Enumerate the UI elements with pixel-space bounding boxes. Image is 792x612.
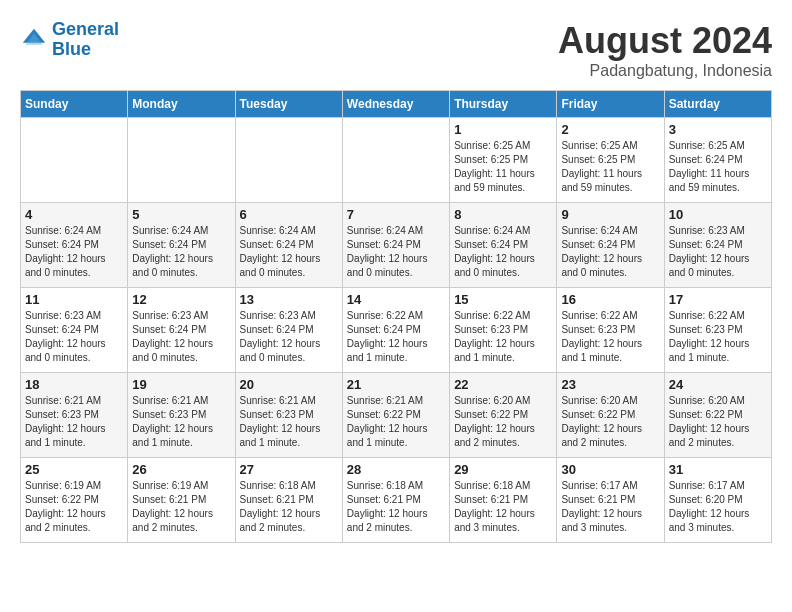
calendar-week-5: 25Sunrise: 6:19 AM Sunset: 6:22 PM Dayli… xyxy=(21,458,772,543)
main-title: August 2024 xyxy=(558,20,772,62)
day-number: 21 xyxy=(347,377,445,392)
day-info: Sunrise: 6:22 AM Sunset: 6:23 PM Dayligh… xyxy=(669,309,767,365)
day-number: 30 xyxy=(561,462,659,477)
day-number: 13 xyxy=(240,292,338,307)
table-row: 19Sunrise: 6:21 AM Sunset: 6:23 PM Dayli… xyxy=(128,373,235,458)
col-monday: Monday xyxy=(128,91,235,118)
table-row: 14Sunrise: 6:22 AM Sunset: 6:24 PM Dayli… xyxy=(342,288,449,373)
day-number: 19 xyxy=(132,377,230,392)
day-number: 3 xyxy=(669,122,767,137)
table-row xyxy=(342,118,449,203)
table-row: 27Sunrise: 6:18 AM Sunset: 6:21 PM Dayli… xyxy=(235,458,342,543)
day-info: Sunrise: 6:17 AM Sunset: 6:20 PM Dayligh… xyxy=(669,479,767,535)
day-number: 4 xyxy=(25,207,123,222)
day-info: Sunrise: 6:25 AM Sunset: 6:25 PM Dayligh… xyxy=(561,139,659,195)
col-thursday: Thursday xyxy=(450,91,557,118)
logo: General Blue xyxy=(20,20,119,60)
table-row: 15Sunrise: 6:22 AM Sunset: 6:23 PM Dayli… xyxy=(450,288,557,373)
table-row: 28Sunrise: 6:18 AM Sunset: 6:21 PM Dayli… xyxy=(342,458,449,543)
day-number: 22 xyxy=(454,377,552,392)
day-info: Sunrise: 6:19 AM Sunset: 6:21 PM Dayligh… xyxy=(132,479,230,535)
logo-blue: Blue xyxy=(52,39,91,59)
col-sunday: Sunday xyxy=(21,91,128,118)
day-info: Sunrise: 6:22 AM Sunset: 6:23 PM Dayligh… xyxy=(454,309,552,365)
day-info: Sunrise: 6:18 AM Sunset: 6:21 PM Dayligh… xyxy=(240,479,338,535)
day-number: 16 xyxy=(561,292,659,307)
table-row: 29Sunrise: 6:18 AM Sunset: 6:21 PM Dayli… xyxy=(450,458,557,543)
day-number: 12 xyxy=(132,292,230,307)
table-row: 21Sunrise: 6:21 AM Sunset: 6:22 PM Dayli… xyxy=(342,373,449,458)
day-info: Sunrise: 6:23 AM Sunset: 6:24 PM Dayligh… xyxy=(132,309,230,365)
col-saturday: Saturday xyxy=(664,91,771,118)
table-row xyxy=(128,118,235,203)
day-number: 8 xyxy=(454,207,552,222)
day-number: 24 xyxy=(669,377,767,392)
day-number: 5 xyxy=(132,207,230,222)
table-row: 22Sunrise: 6:20 AM Sunset: 6:22 PM Dayli… xyxy=(450,373,557,458)
table-row: 3Sunrise: 6:25 AM Sunset: 6:24 PM Daylig… xyxy=(664,118,771,203)
table-row: 30Sunrise: 6:17 AM Sunset: 6:21 PM Dayli… xyxy=(557,458,664,543)
table-row: 25Sunrise: 6:19 AM Sunset: 6:22 PM Dayli… xyxy=(21,458,128,543)
col-tuesday: Tuesday xyxy=(235,91,342,118)
day-info: Sunrise: 6:20 AM Sunset: 6:22 PM Dayligh… xyxy=(669,394,767,450)
day-info: Sunrise: 6:18 AM Sunset: 6:21 PM Dayligh… xyxy=(347,479,445,535)
table-row: 24Sunrise: 6:20 AM Sunset: 6:22 PM Dayli… xyxy=(664,373,771,458)
day-number: 10 xyxy=(669,207,767,222)
day-info: Sunrise: 6:17 AM Sunset: 6:21 PM Dayligh… xyxy=(561,479,659,535)
day-info: Sunrise: 6:25 AM Sunset: 6:25 PM Dayligh… xyxy=(454,139,552,195)
table-row: 11Sunrise: 6:23 AM Sunset: 6:24 PM Dayli… xyxy=(21,288,128,373)
day-number: 1 xyxy=(454,122,552,137)
table-row: 31Sunrise: 6:17 AM Sunset: 6:20 PM Dayli… xyxy=(664,458,771,543)
table-row: 1Sunrise: 6:25 AM Sunset: 6:25 PM Daylig… xyxy=(450,118,557,203)
day-number: 2 xyxy=(561,122,659,137)
day-number: 15 xyxy=(454,292,552,307)
page-header: General Blue August 2024 Padangbatung, I… xyxy=(20,20,772,80)
table-row: 9Sunrise: 6:24 AM Sunset: 6:24 PM Daylig… xyxy=(557,203,664,288)
day-info: Sunrise: 6:22 AM Sunset: 6:24 PM Dayligh… xyxy=(347,309,445,365)
table-row: 26Sunrise: 6:19 AM Sunset: 6:21 PM Dayli… xyxy=(128,458,235,543)
day-info: Sunrise: 6:24 AM Sunset: 6:24 PM Dayligh… xyxy=(25,224,123,280)
day-number: 18 xyxy=(25,377,123,392)
day-number: 27 xyxy=(240,462,338,477)
calendar-week-1: 1Sunrise: 6:25 AM Sunset: 6:25 PM Daylig… xyxy=(21,118,772,203)
table-row: 4Sunrise: 6:24 AM Sunset: 6:24 PM Daylig… xyxy=(21,203,128,288)
day-info: Sunrise: 6:21 AM Sunset: 6:23 PM Dayligh… xyxy=(132,394,230,450)
calendar-week-2: 4Sunrise: 6:24 AM Sunset: 6:24 PM Daylig… xyxy=(21,203,772,288)
table-row: 17Sunrise: 6:22 AM Sunset: 6:23 PM Dayli… xyxy=(664,288,771,373)
day-info: Sunrise: 6:24 AM Sunset: 6:24 PM Dayligh… xyxy=(561,224,659,280)
day-number: 31 xyxy=(669,462,767,477)
day-number: 17 xyxy=(669,292,767,307)
table-row xyxy=(21,118,128,203)
col-friday: Friday xyxy=(557,91,664,118)
calendar-table: Sunday Monday Tuesday Wednesday Thursday… xyxy=(20,90,772,543)
table-row: 8Sunrise: 6:24 AM Sunset: 6:24 PM Daylig… xyxy=(450,203,557,288)
day-number: 9 xyxy=(561,207,659,222)
day-info: Sunrise: 6:21 AM Sunset: 6:22 PM Dayligh… xyxy=(347,394,445,450)
day-info: Sunrise: 6:23 AM Sunset: 6:24 PM Dayligh… xyxy=(240,309,338,365)
subtitle: Padangbatung, Indonesia xyxy=(558,62,772,80)
logo-general: General xyxy=(52,19,119,39)
table-row: 12Sunrise: 6:23 AM Sunset: 6:24 PM Dayli… xyxy=(128,288,235,373)
table-row: 7Sunrise: 6:24 AM Sunset: 6:24 PM Daylig… xyxy=(342,203,449,288)
day-info: Sunrise: 6:24 AM Sunset: 6:24 PM Dayligh… xyxy=(240,224,338,280)
day-info: Sunrise: 6:22 AM Sunset: 6:23 PM Dayligh… xyxy=(561,309,659,365)
day-number: 11 xyxy=(25,292,123,307)
day-info: Sunrise: 6:24 AM Sunset: 6:24 PM Dayligh… xyxy=(347,224,445,280)
day-number: 26 xyxy=(132,462,230,477)
day-number: 29 xyxy=(454,462,552,477)
table-row: 18Sunrise: 6:21 AM Sunset: 6:23 PM Dayli… xyxy=(21,373,128,458)
calendar-week-4: 18Sunrise: 6:21 AM Sunset: 6:23 PM Dayli… xyxy=(21,373,772,458)
day-info: Sunrise: 6:23 AM Sunset: 6:24 PM Dayligh… xyxy=(25,309,123,365)
table-row xyxy=(235,118,342,203)
table-row: 13Sunrise: 6:23 AM Sunset: 6:24 PM Dayli… xyxy=(235,288,342,373)
day-info: Sunrise: 6:24 AM Sunset: 6:24 PM Dayligh… xyxy=(132,224,230,280)
day-info: Sunrise: 6:20 AM Sunset: 6:22 PM Dayligh… xyxy=(561,394,659,450)
col-wednesday: Wednesday xyxy=(342,91,449,118)
calendar-week-3: 11Sunrise: 6:23 AM Sunset: 6:24 PM Dayli… xyxy=(21,288,772,373)
day-number: 20 xyxy=(240,377,338,392)
day-number: 7 xyxy=(347,207,445,222)
calendar-header-row: Sunday Monday Tuesday Wednesday Thursday… xyxy=(21,91,772,118)
day-number: 25 xyxy=(25,462,123,477)
table-row: 16Sunrise: 6:22 AM Sunset: 6:23 PM Dayli… xyxy=(557,288,664,373)
day-info: Sunrise: 6:23 AM Sunset: 6:24 PM Dayligh… xyxy=(669,224,767,280)
